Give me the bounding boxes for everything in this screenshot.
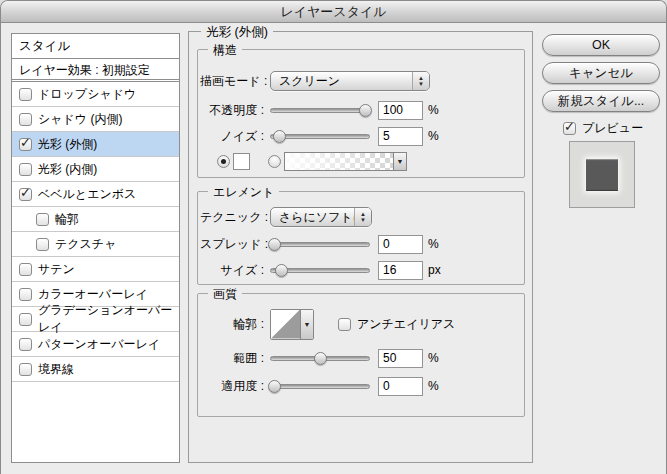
- range-slider[interactable]: [270, 356, 370, 361]
- sidebar-effect-item[interactable]: ✓ 光彩 (外側): [12, 132, 179, 157]
- jitter-input[interactable]: [378, 377, 423, 396]
- dialog-title: レイヤースタイル: [280, 4, 386, 19]
- effect-label: 境界線: [38, 361, 74, 378]
- range-row: 範囲 : %: [200, 348, 518, 368]
- sidebar-effect-item[interactable]: ✓ 輪郭: [12, 207, 179, 232]
- jitter-unit: %: [428, 379, 439, 393]
- noise-label: ノイズ :: [200, 128, 264, 145]
- effect-label: パターンオーバーレイ: [38, 336, 160, 353]
- new-style-button[interactable]: 新規スタイル...: [542, 90, 660, 112]
- quality-legend: 画質: [208, 286, 242, 303]
- contour-dropdown-arrow-icon[interactable]: ▼: [300, 310, 313, 339]
- jitter-slider[interactable]: [270, 384, 370, 389]
- structure-legend: 構造: [208, 42, 242, 59]
- size-unit: px: [428, 263, 441, 277]
- technique-select[interactable]: さらにソフトに ▲▼: [270, 207, 372, 227]
- outer-glow-panel: 光彩 (外側) 構造 描画モード : スクリーン ▲▼ 不透明度 : %: [188, 31, 533, 463]
- contour-picker[interactable]: ▼: [270, 309, 314, 340]
- effect-checkbox[interactable]: ✓: [19, 263, 32, 276]
- effect-label: カラーオーバーレイ: [38, 286, 148, 303]
- opacity-slider-thumb[interactable]: [359, 104, 372, 117]
- sidebar-effect-item[interactable]: ✓ シャドウ (内側): [12, 107, 179, 132]
- blend-mode-select[interactable]: スクリーン ▲▼: [270, 71, 430, 91]
- opacity-row: 不透明度 : %: [200, 100, 518, 120]
- gradient-picker[interactable]: ▼: [284, 152, 407, 171]
- opacity-slider[interactable]: [270, 108, 370, 113]
- size-slider-thumb[interactable]: [275, 264, 288, 277]
- sidebar-effect-item[interactable]: ✓ テクスチャ: [12, 232, 179, 257]
- effect-checkbox[interactable]: ✓: [36, 238, 49, 251]
- glow-color-swatch[interactable]: [233, 153, 250, 170]
- sidebar-effect-item[interactable]: ✓ 境界線: [12, 357, 179, 382]
- effect-checkbox[interactable]: ✓: [19, 288, 32, 301]
- preview-toggle[interactable]: ✓ プレビュー: [563, 120, 643, 137]
- noise-unit: %: [428, 129, 439, 143]
- contour-thumbnail[interactable]: [271, 310, 300, 339]
- effect-label: 光彩 (外側): [38, 136, 97, 153]
- preview-checkbox[interactable]: ✓: [563, 122, 576, 135]
- spread-unit: %: [428, 237, 439, 251]
- sidebar-header: スタイル: [12, 34, 179, 59]
- opacity-unit: %: [428, 103, 439, 117]
- contour-label: 輪郭 :: [200, 316, 264, 333]
- gradient-preview[interactable]: [285, 153, 393, 170]
- sidebar-effect-item[interactable]: ✓ ベベルとエンボス: [12, 182, 179, 207]
- effect-label: ベベルとエンボス: [38, 186, 136, 203]
- blend-mode-value: スクリーン: [271, 72, 412, 90]
- effect-checkbox[interactable]: ✓: [19, 188, 32, 201]
- contour-row: 輪郭 : ▼ ✓ アンチエイリアス: [200, 308, 518, 340]
- effects-list: ✓ ドロップシャドウ ✓ シャドウ (内側) ✓ 光彩 (外側) ✓ 光彩 (内…: [12, 82, 179, 382]
- size-input[interactable]: [378, 261, 423, 280]
- effect-checkbox[interactable]: ✓: [36, 213, 49, 226]
- range-slider-thumb[interactable]: [314, 352, 327, 365]
- sidebar-effect-item[interactable]: ✓ サテン: [12, 257, 179, 282]
- effect-label: グラデーションオーバーレイ: [38, 302, 179, 336]
- preview-label: プレビュー: [582, 120, 643, 137]
- noise-slider-thumb[interactable]: [273, 130, 286, 143]
- color-radio[interactable]: [217, 155, 230, 168]
- spread-row: スプレッド : %: [200, 234, 518, 254]
- noise-input[interactable]: [378, 127, 423, 146]
- sidebar-effect-item[interactable]: ✓ 光彩 (内側): [12, 157, 179, 182]
- spread-slider-thumb[interactable]: [268, 238, 281, 251]
- effect-checkbox[interactable]: ✓: [19, 113, 32, 126]
- titlebar[interactable]: レイヤースタイル: [1, 1, 666, 23]
- range-input[interactable]: [378, 349, 423, 368]
- ok-button[interactable]: OK: [542, 34, 660, 56]
- effect-checkbox[interactable]: ✓: [19, 88, 32, 101]
- effect-label: 輪郭: [55, 211, 79, 228]
- spread-input[interactable]: [378, 235, 423, 254]
- effect-label: ドロップシャドウ: [38, 86, 136, 103]
- panel-title: 光彩 (外側): [201, 24, 273, 41]
- popup-arrows-icon: ▲▼: [354, 208, 371, 226]
- antialias-checkbox[interactable]: ✓: [338, 318, 351, 331]
- effect-checkbox[interactable]: ✓: [19, 138, 32, 151]
- effect-checkbox[interactable]: ✓: [19, 313, 32, 326]
- opacity-input[interactable]: [378, 101, 423, 120]
- jitter-slider-thumb[interactable]: [268, 380, 281, 393]
- cancel-button[interactable]: キャンセル: [542, 62, 660, 84]
- effect-label: テクスチャ: [55, 236, 116, 253]
- sidebar-effect-item[interactable]: ✓ グラデーションオーバーレイ: [12, 307, 179, 332]
- noise-slider[interactable]: [270, 134, 370, 139]
- structure-group: 構造 描画モード : スクリーン ▲▼ 不透明度 : %: [197, 49, 525, 178]
- opacity-label: 不透明度 :: [200, 102, 264, 119]
- effect-checkbox[interactable]: ✓: [19, 338, 32, 351]
- sidebar-item-blending-defaults[interactable]: レイヤー効果 : 初期設定: [12, 59, 179, 82]
- jitter-label: 適用度 :: [200, 378, 264, 395]
- spread-slider[interactable]: [270, 242, 370, 247]
- blend-mode-label: 描画モード :: [200, 73, 264, 90]
- effect-label: シャドウ (内側): [38, 111, 122, 128]
- styles-sidebar: スタイル レイヤー効果 : 初期設定 ✓ ドロップシャドウ ✓ シャドウ (内側…: [11, 33, 180, 463]
- effect-checkbox[interactable]: ✓: [19, 363, 32, 376]
- antialias-label: アンチエイリアス: [357, 316, 455, 333]
- gradient-dropdown-arrow-icon[interactable]: ▼: [393, 153, 406, 170]
- effect-checkbox[interactable]: ✓: [19, 163, 32, 176]
- size-slider[interactable]: [270, 268, 370, 273]
- effect-label: サテン: [38, 261, 75, 278]
- range-unit: %: [428, 351, 439, 365]
- technique-value: さらにソフトに: [271, 208, 354, 226]
- gradient-radio[interactable]: [268, 155, 281, 168]
- sidebar-effect-item[interactable]: ✓ パターンオーバーレイ: [12, 332, 179, 357]
- sidebar-effect-item[interactable]: ✓ ドロップシャドウ: [12, 82, 179, 107]
